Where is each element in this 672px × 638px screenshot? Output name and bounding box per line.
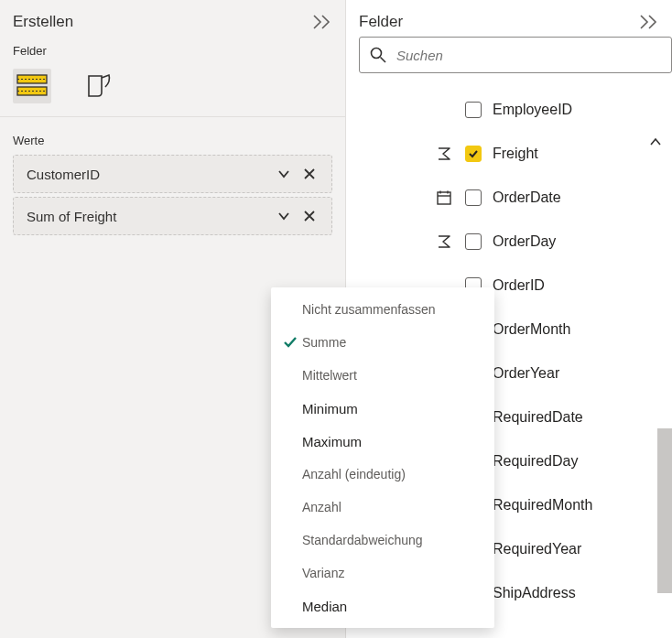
field-name: OrderDay: [493, 233, 556, 250]
field-name: Freight: [493, 146, 538, 162]
aggregation-option-label: Maximum: [302, 434, 362, 449]
search-box[interactable]: [359, 37, 672, 73]
well-remove-button[interactable]: [297, 203, 322, 229]
calendar-icon: [434, 189, 454, 206]
collapse-build-icon[interactable]: [312, 14, 332, 30]
field-item[interactable]: Freight: [434, 132, 672, 176]
aggregation-option[interactable]: Maximum: [271, 425, 494, 458]
well-remove-button[interactable]: [297, 161, 322, 187]
aggregation-option[interactable]: Standardabweichung: [271, 524, 494, 557]
fields-title: Felder: [359, 13, 403, 31]
field-name: OrderYear: [493, 365, 559, 382]
aggregation-option-label: Mittelwert: [302, 368, 357, 383]
aggregation-option-label: Varianz: [302, 566, 344, 580]
collapse-fields-icon[interactable]: [639, 14, 659, 30]
field-name: RequiredMonth: [493, 497, 592, 514]
fields-tool-button[interactable]: [13, 69, 51, 103]
field-name: OrderMonth: [493, 321, 570, 338]
field-wells: CustomerID Sum of Freight: [0, 155, 345, 239]
aggregation-menu: Nicht zusammenfassenSummeMittelwertMinim…: [271, 287, 494, 628]
format-tool-button[interactable]: [79, 69, 117, 103]
field-checkbox[interactable]: [465, 102, 482, 118]
field-item[interactable]: OrderDay: [434, 220, 672, 264]
aggregation-option[interactable]: Varianz: [271, 557, 494, 589]
aggregation-option[interactable]: Minimum: [271, 392, 494, 425]
aggregation-option-label: Median: [302, 599, 347, 614]
field-name: RequiredYear: [493, 541, 581, 557]
build-title: Erstellen: [13, 13, 73, 31]
field-checkbox[interactable]: [465, 233, 482, 250]
aggregation-option-label: Standardabweichung: [302, 533, 423, 547]
aggregation-option-label: Anzahl: [302, 500, 341, 514]
field-name: OrderDate: [493, 189, 561, 206]
well-menu-button[interactable]: [271, 161, 297, 187]
search-input[interactable]: [396, 48, 662, 63]
aggregation-option[interactable]: Mittelwert: [271, 359, 494, 392]
aggregation-option[interactable]: Nicht zusammenfassen: [271, 293, 494, 326]
aggregation-option[interactable]: Anzahl (eindeutig): [271, 458, 494, 491]
field-name: OrderID: [493, 277, 545, 294]
well-label: Sum of Freight: [27, 209, 116, 224]
aggregation-option[interactable]: Anzahl: [271, 491, 494, 524]
field-name: EmployeeID: [493, 102, 572, 118]
check-icon: [278, 335, 302, 350]
svg-point-4: [372, 49, 382, 59]
well-label: CustomerID: [27, 167, 100, 182]
aggregation-option[interactable]: Summe: [271, 326, 494, 359]
build-toolbar: [0, 63, 345, 117]
aggregation-option-label: Anzahl (eindeutig): [302, 467, 406, 481]
search-container: [346, 37, 672, 84]
field-name: RequiredDay: [493, 453, 578, 470]
field-name: RequiredDate: [493, 409, 583, 426]
field-checkbox[interactable]: [465, 146, 482, 162]
aggregation-option-label: Summe: [302, 335, 346, 350]
fields-pane-header: Felder: [346, 0, 672, 37]
aggregation-option-label: Nicht zusammenfassen: [302, 302, 436, 317]
field-name: ShipAddress: [493, 585, 576, 601]
aggregation-option-label: Minimum: [302, 401, 358, 416]
svg-line-5: [381, 58, 386, 63]
field-checkbox[interactable]: [465, 189, 482, 206]
search-icon: [369, 46, 387, 64]
fields-subheader: Felder: [0, 38, 345, 63]
svg-rect-6: [438, 192, 450, 204]
sigma-icon: [434, 146, 454, 162]
scrollbar-thumb[interactable]: [657, 428, 672, 593]
sigma-icon: [434, 233, 454, 250]
aggregation-option[interactable]: Median: [271, 589, 494, 622]
build-pane-header: Erstellen: [0, 0, 345, 38]
well-menu-button[interactable]: [271, 203, 297, 229]
well-customerid[interactable]: CustomerID: [13, 155, 332, 193]
field-item[interactable]: EmployeeID: [434, 88, 672, 132]
values-section-label: Werte: [0, 117, 345, 155]
well-sum-of-freight[interactable]: Sum of Freight: [13, 197, 332, 235]
field-item[interactable]: OrderDate: [434, 176, 672, 220]
